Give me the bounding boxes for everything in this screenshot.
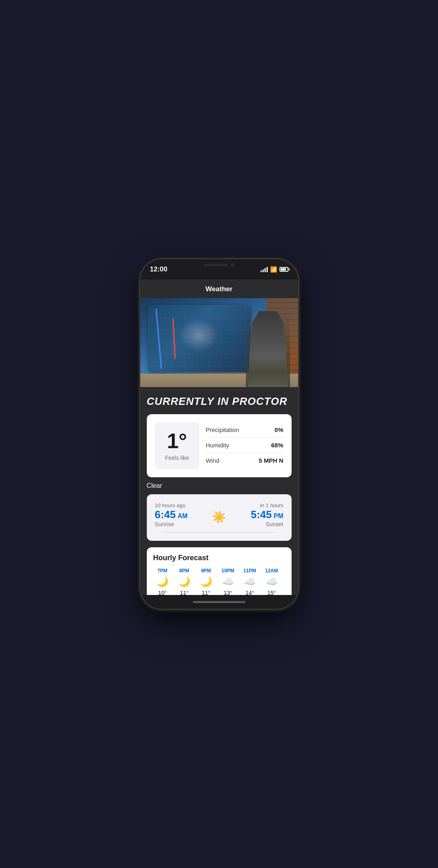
sunrise-time: 6:45 [155,508,176,521]
hourly-temp: 11° [202,590,210,595]
weather-details: Precipitation 0% Humidity 68% Wind 5 MPH… [206,422,284,469]
status-time: 12:00 [150,265,167,273]
sunrise-label: Sunrise [155,521,188,527]
humidity-label: Humidity [206,442,229,449]
hourly-time: 11PM [243,568,256,574]
weather-map-video[interactable] [140,298,298,387]
sunrise-ampm: AM [178,512,188,519]
hourly-time: 7PM [157,568,167,574]
hourly-time: 8PM [179,568,189,574]
sunrise-info: 10 hours ago 6:45 AM Sunrise [155,502,188,527]
hourly-temp: 11° [180,590,188,595]
hourly-item: 12AM☁️15° [262,568,281,595]
sun-card: 10 hours ago 6:45 AM Sunrise ☀️ In 1 hou… [147,494,292,541]
phone-screen[interactable]: Weather CURRENTLY IN PROCTOR [140,279,298,595]
status-bar-area: 12:00 📶 [140,259,298,279]
status-icons: 📶 [260,266,288,273]
nav-bar: Weather [140,279,298,298]
hourly-item: 9PM🌙11° [197,568,216,595]
hourly-item: 8PM🌙11° [175,568,194,595]
signal-icon [260,267,268,272]
hourly-weather-icon: 🌙 [178,576,190,587]
sunset-ampm: PM [273,512,283,519]
sunrise-ago: 10 hours ago [155,502,188,508]
sunset-time-display: 5:45 PM [251,508,284,521]
cloud-coverage [179,319,220,352]
battery-icon [279,267,288,272]
hourly-weather-icon: ☁️ [222,576,234,587]
hourly-time: 10PM [222,568,234,574]
phone-frame: 12:00 📶 Weather [140,259,298,609]
wind-value: 5 MPH N [259,457,284,464]
hourly-time: 12AM [265,568,278,574]
currently-title: CURRENTLY IN PROCTOR [147,395,292,408]
precipitation-value: 0% [275,426,284,433]
wind-row: Wind 5 MPH N [206,453,284,468]
precipitation-label: Precipitation [206,426,239,433]
hourly-item: 10PM☁️13° [219,568,237,595]
home-indicator-bar [193,601,245,603]
hourly-title: Hourly Forecast [153,554,285,562]
tv-anchor [246,307,290,387]
wind-label: Wind [206,457,220,464]
hourly-item: 11PM☁️14° [241,568,259,595]
condition-text: Clear [147,482,292,489]
hourly-scroll[interactable]: 7PM🌙10°8PM🌙11°9PM🌙11°10PM☁️13°11PM☁️14°1… [153,568,285,595]
page-title: Weather [205,285,233,293]
hourly-weather-icon: ☁️ [266,576,278,587]
map-background [140,298,298,387]
anchor-silhouette [246,311,290,387]
feels-like-label: Feels like [165,455,189,461]
sun-row: 10 hours ago 6:45 AM Sunrise ☀️ In 1 hou… [155,502,284,527]
usa-map [148,305,251,372]
temperature-box: 1° Feels like [155,422,199,469]
hourly-temp: 13° [224,590,232,595]
sun-icon: ☀️ [212,502,226,524]
hourly-temp: 10° [158,590,167,595]
weather-card: 1° Feels like Precipitation 0% Humidity … [147,414,292,477]
hourly-weather-icon: ☁️ [244,576,256,587]
hourly-weather-icon: 🌙 [157,576,169,587]
hourly-weather-icon: 🌙 [200,576,212,587]
sun-progress-bar [163,532,275,533]
sunset-label: Sunset [251,521,284,527]
precipitation-row: Precipitation 0% [206,422,284,438]
humidity-value: 68% [271,442,283,449]
home-indicator [140,595,298,609]
sunset-time: 5:45 [251,508,272,521]
sun-emoji: ☀️ [212,510,226,524]
sunset-info: In 1 hours 5:45 PM Sunset [251,502,284,527]
hourly-section: Hourly Forecast 7PM🌙10°8PM🌙11°9PM🌙11°10P… [147,547,292,595]
sunset-in: In 1 hours [251,502,284,508]
hourly-temp: 15° [267,590,276,595]
weather-main: 1° Feels like Precipitation 0% Humidity … [155,422,284,469]
hourly-time: 9PM [201,568,211,574]
humidity-row: Humidity 68% [206,438,284,453]
hourly-temp: 14° [245,590,254,595]
hourly-row: 7PM🌙10°8PM🌙11°9PM🌙11°10PM☁️13°11PM☁️14°1… [153,568,285,595]
wifi-icon: 📶 [270,266,277,273]
currently-section: CURRENTLY IN PROCTOR 1° Feels like Preci… [140,387,298,595]
hourly-item: 1AM☁️15° [284,568,285,595]
temperature-value: 1° [167,430,187,451]
status-bar: 12:00 📶 [150,265,288,273]
hourly-item: 7PM🌙10° [153,568,172,595]
sunrise-time-display: 6:45 AM [155,508,188,521]
battery-fill [281,268,286,271]
